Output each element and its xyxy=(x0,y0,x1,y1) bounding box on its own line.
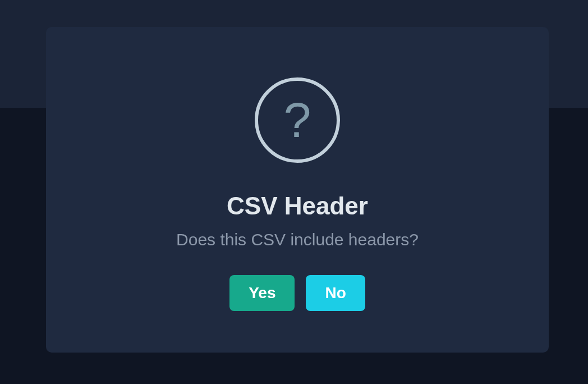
no-button[interactable]: No xyxy=(306,275,365,311)
dialog-message: Does this CSV include headers? xyxy=(176,230,419,249)
yes-button[interactable]: Yes xyxy=(229,275,295,311)
csv-header-dialog: ? CSV Header Does this CSV include heade… xyxy=(46,27,549,353)
question-icon: ? xyxy=(255,77,340,163)
question-mark-glyph: ? xyxy=(284,95,311,145)
dialog-button-row: Yes No xyxy=(229,275,365,311)
dialog-title: CSV Header xyxy=(227,192,368,220)
